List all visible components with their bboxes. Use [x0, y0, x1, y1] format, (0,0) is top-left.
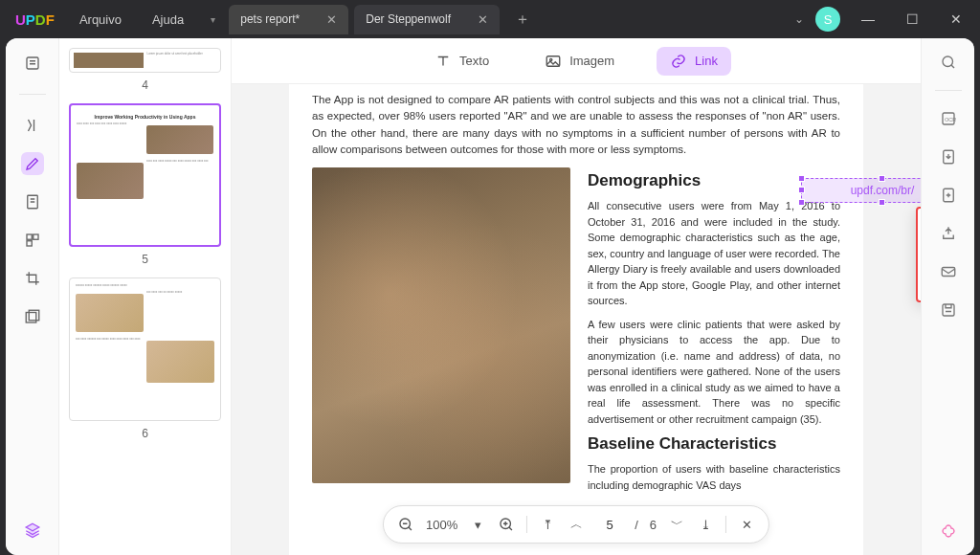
page-total: 6 — [650, 518, 657, 532]
thumb-number: 4 — [69, 78, 221, 92]
add-page-icon[interactable] — [938, 185, 959, 206]
resize-handle[interactable] — [879, 175, 885, 182]
paragraph: A few users were clinic patients that we… — [588, 317, 840, 428]
app-logo: UPDF — [8, 11, 62, 28]
thumbnail-panel: Lorem ipsum dolor sit amet text placehol… — [59, 38, 232, 555]
next-page-button[interactable]: ﹀ — [668, 516, 685, 533]
thumbnail-page-5[interactable]: Improve Working Productivity in Using Ap… — [69, 103, 221, 247]
document-page: The App is not designed to compare AR pa… — [289, 84, 863, 555]
user-avatar[interactable]: S — [815, 7, 840, 32]
svg-rect-3 — [33, 234, 37, 239]
tab-list-dropdown[interactable]: ▾ — [201, 14, 225, 25]
context-menu-properties[interactable]: Propriedades... — [918, 268, 921, 295]
right-rail: OCR — [921, 38, 974, 555]
intro-paragraph: The App is not designed to compare AR pa… — [312, 92, 840, 158]
svg-rect-0 — [27, 57, 38, 69]
tab-pets-report[interactable]: pets report* ✕ — [229, 5, 348, 34]
zoom-dropdown[interactable]: ▾ — [469, 518, 486, 532]
search-icon[interactable] — [938, 52, 959, 73]
tab-steppenwolf[interactable]: Der Steppenwolf ✕ — [354, 5, 500, 34]
zoom-in-button[interactable] — [498, 516, 515, 533]
chevron-down-icon[interactable]: ⌄ — [794, 12, 804, 26]
paragraph: All consecutive users were from May 1, 2… — [588, 198, 840, 309]
tab-label: pets report* — [240, 12, 300, 26]
link-icon — [670, 53, 687, 70]
thumb-number: 5 — [69, 253, 221, 266]
link-tool[interactable]: Link — [657, 47, 731, 76]
ai-icon[interactable] — [938, 521, 959, 542]
link-url: updf.com/br/ — [851, 184, 915, 197]
svg-rect-2 — [27, 234, 32, 239]
add-tab-button[interactable]: ＋ — [505, 10, 540, 30]
context-menu-copy[interactable]: CopiarCtrl+C — [918, 214, 921, 241]
resize-handle[interactable] — [798, 187, 805, 193]
tab-label: Der Steppenwolf — [366, 12, 451, 26]
edit-toolbar: Texto Imagem Link — [232, 38, 921, 84]
svg-rect-4 — [27, 241, 32, 246]
svg-rect-16 — [942, 268, 955, 277]
menu-file[interactable]: Arquivo — [66, 5, 135, 34]
email-icon[interactable] — [938, 261, 959, 282]
thumbnail-page-6[interactable]: xxxxxx xxxxx xxxxxx xxxxx xxxxxx xxxxx x… — [69, 278, 221, 421]
left-rail — [6, 38, 59, 555]
close-icon[interactable]: ✕ — [326, 12, 337, 27]
maximize-button[interactable]: ☐ — [896, 11, 928, 27]
titlebar: UPDF Arquivo Ajuda ▾ pets report* ✕ Der … — [0, 0, 980, 38]
zoom-bar: 100% ▾ ⤒ ︿ / 6 ﹀ ⤓ ✕ — [383, 505, 769, 544]
tools-icon[interactable] — [21, 229, 44, 252]
page-separator: / — [635, 518, 638, 532]
svg-point-11 — [943, 56, 953, 67]
edit-icon[interactable] — [21, 152, 44, 175]
main-area: Texto Imagem Link The App is not designe… — [232, 38, 921, 555]
image-icon — [545, 53, 562, 70]
thumbnail-page-4[interactable]: Lorem ipsum dolor sit amet text placehol… — [69, 48, 221, 73]
save-icon[interactable] — [938, 300, 959, 321]
zoom-out-button[interactable] — [397, 516, 414, 533]
stamp-icon[interactable] — [21, 305, 44, 328]
page-organize-icon[interactable] — [21, 190, 44, 213]
thumb-number: 6 — [69, 427, 221, 440]
reader-icon[interactable] — [21, 52, 44, 75]
layers-icon[interactable] — [21, 519, 44, 542]
close-button[interactable]: ✕ — [940, 11, 972, 27]
crop-icon[interactable] — [21, 267, 44, 290]
close-icon[interactable]: ✕ — [478, 12, 488, 27]
text-icon — [434, 53, 452, 70]
context-menu-delete[interactable]: ExcluirDel — [918, 241, 921, 268]
image-tool[interactable]: Imagem — [531, 47, 628, 76]
prev-page-button[interactable]: ︿ — [568, 516, 585, 533]
last-page-button[interactable]: ⤓ — [697, 518, 714, 532]
svg-text:OCR: OCR — [945, 117, 956, 122]
zoom-percent: 100% — [426, 518, 457, 532]
text-tool[interactable]: Texto — [421, 47, 502, 76]
first-page-button[interactable]: ⤒ — [539, 518, 556, 532]
menu-help[interactable]: Ajuda — [139, 5, 197, 34]
share-icon[interactable] — [938, 223, 959, 244]
close-zoombar-button[interactable]: ✕ — [738, 518, 755, 532]
resize-handle[interactable] — [798, 199, 805, 206]
heading-baseline: Baseline Characteristics — [588, 434, 840, 454]
article-image — [312, 167, 570, 483]
minimize-button[interactable]: — — [852, 11, 884, 27]
link-annotation-selected[interactable]: updf.com/br/ — [801, 178, 921, 203]
resize-handle[interactable] — [798, 175, 805, 182]
resize-handle[interactable] — [879, 199, 885, 206]
svg-rect-17 — [943, 304, 954, 316]
context-menu: CopiarCtrl+C ExcluirDel Propriedades... — [916, 207, 921, 302]
app-body: Lorem ipsum dolor sit amet text placehol… — [6, 38, 974, 555]
export-icon[interactable] — [938, 146, 959, 167]
ocr-icon[interactable]: OCR — [938, 108, 959, 129]
paragraph: The proportion of users with baseline ch… — [588, 461, 840, 493]
comment-icon[interactable] — [21, 114, 44, 137]
page-input[interactable] — [596, 518, 623, 532]
